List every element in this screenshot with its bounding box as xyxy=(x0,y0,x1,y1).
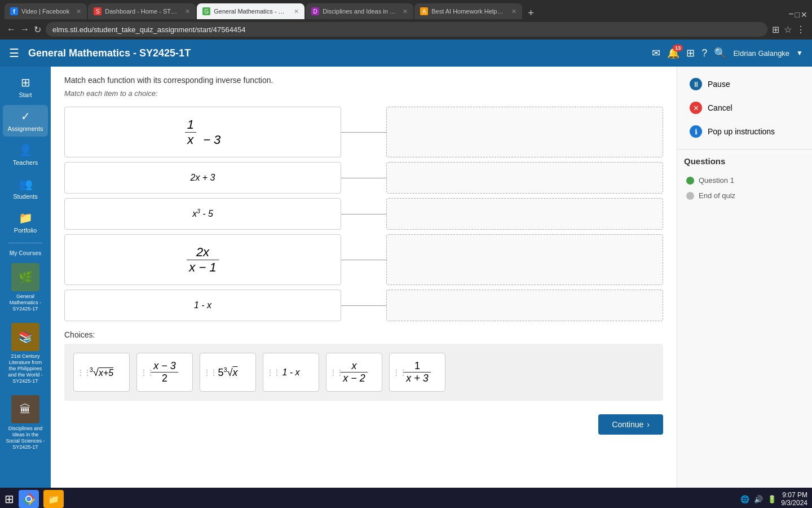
forward-button[interactable]: → xyxy=(20,24,29,34)
pause-action[interactable]: ⏸ Pause xyxy=(684,73,805,95)
extensions-icon[interactable]: ⊞ xyxy=(772,24,779,35)
tab-close-disciplines[interactable]: ✕ xyxy=(403,8,408,15)
connector-3 xyxy=(341,198,386,230)
sidebar-item-teachers[interactable]: 👤 Teachers xyxy=(3,139,48,170)
question-instruction: Match each function with its correspondi… xyxy=(64,76,663,85)
sidebar: ⊞ Start ✓ Assignments 👤 Teachers 👥 Stude… xyxy=(0,67,51,488)
maximize-button[interactable]: □ xyxy=(795,10,800,19)
user-dropdown-icon[interactable]: ▼ xyxy=(796,49,803,57)
portfolio-icon: 📁 xyxy=(19,211,33,225)
refresh-button[interactable]: ↻ xyxy=(34,24,41,35)
drop-target-1[interactable] xyxy=(386,107,663,157)
back-button[interactable]: ← xyxy=(7,24,16,34)
user-name[interactable]: Eldrian Galangke xyxy=(733,49,789,58)
choice-3[interactable]: ⋮⋮ 53√x xyxy=(200,353,256,392)
drop-target-4[interactable] xyxy=(386,234,663,285)
match-left-2: 2x + 3 xyxy=(64,162,341,194)
new-tab-button[interactable]: + xyxy=(528,7,534,19)
question-dot-1 xyxy=(686,177,694,185)
right-panel: ⏸ Pause ✕ Cancel ℹ Pop up instructions Q… xyxy=(677,67,812,488)
bookmark-icon[interactable]: ☆ xyxy=(784,24,792,35)
minimize-button[interactable]: − xyxy=(788,9,793,19)
question-label-1: Question 1 xyxy=(699,176,734,185)
choice-6[interactable]: ⋮⋮ 1 x + 3 xyxy=(389,353,445,392)
questions-panel: Questions Question 1 End of quiz xyxy=(677,150,812,210)
formula-1: 1 x − 3 xyxy=(185,117,221,147)
network-icon: 🌐 xyxy=(740,495,749,503)
connector-line-3 xyxy=(341,214,386,214)
choice-5[interactable]: ⋮⋮ x x − 2 xyxy=(326,353,382,392)
sidebar-item-start[interactable]: ⊞ Start xyxy=(3,71,48,103)
matching-area: 1 x − 3 2x + 3 x3 - 5 xyxy=(64,107,663,321)
tab-disciplines[interactable]: D Disciplines and Ideas in the So... ✕ xyxy=(306,3,413,19)
continue-arrow-icon: › xyxy=(647,420,650,429)
sidebar-item-portfolio[interactable]: 📁 Portfolio xyxy=(3,207,48,238)
formula-2: 2x + 3 xyxy=(190,173,215,183)
volume-icon: 🔊 xyxy=(754,495,763,503)
sidebar-item-course-disc[interactable]: 🏛 Disciplines and Ideas in the Social Sc… xyxy=(3,391,48,454)
drop-target-2[interactable] xyxy=(386,162,663,194)
tab-close-genmath[interactable]: ✕ xyxy=(294,8,299,15)
question-link-1[interactable]: Question 1 xyxy=(684,173,805,188)
taskbar: ⊞ 📁 🌐 🔊 🔋 9:07 PM 9/3/2024 xyxy=(0,488,812,508)
menu-icon[interactable]: ⋮ xyxy=(796,24,805,35)
match-left-4: 2x x − 1 xyxy=(64,234,341,285)
left-column: 1 x − 3 2x + 3 x3 - 5 xyxy=(64,107,341,321)
questions-title: Questions xyxy=(684,156,805,166)
notifications-icon[interactable]: 🔔13 xyxy=(667,47,679,59)
nav-icons: ✉ 🔔13 ⊞ ? 🔍 Eldrian Galangke ▼ xyxy=(652,47,803,59)
choice-4[interactable]: ⋮⋮ 1 - x xyxy=(263,353,319,392)
connector-5 xyxy=(341,290,386,321)
continue-button[interactable]: Continue › xyxy=(598,414,663,435)
tab-close-dashboard[interactable]: ✕ xyxy=(185,8,190,15)
taskbar-chrome-icon[interactable] xyxy=(19,490,39,508)
choice-label-3: 53√x xyxy=(218,366,237,379)
sidebar-label-portfolio: Portfolio xyxy=(14,227,37,234)
close-browser-button[interactable]: ✕ xyxy=(801,10,807,19)
pause-label: Pause xyxy=(708,80,730,89)
taskbar-file-explorer-icon[interactable]: 📁 xyxy=(43,490,64,508)
taskbar-clock: 9:07 PM 9/3/2024 xyxy=(781,491,807,507)
drag-handle-6: ⋮⋮ xyxy=(393,369,407,376)
drop-target-3[interactable] xyxy=(386,198,663,230)
start-menu-button[interactable]: ⊞ xyxy=(5,492,14,506)
help-icon[interactable]: ? xyxy=(701,47,707,59)
sidebar-label-students: Students xyxy=(13,193,37,200)
tab-close-ai[interactable]: ✕ xyxy=(511,8,517,15)
sidebar-label-teachers: Teachers xyxy=(13,159,38,166)
sidebar-item-assignments[interactable]: ✓ Assignments xyxy=(3,105,48,137)
choice-label-4: 1 - x xyxy=(282,367,299,378)
tab-ai[interactable]: A Best AI Homework Helper & H... ✕ xyxy=(414,3,522,19)
sidebar-item-course-lit[interactable]: 📚 21st Century Literature from the Phili… xyxy=(3,318,48,388)
question-dot-end xyxy=(686,192,694,200)
popup-instructions-action[interactable]: ℹ Pop up instructions xyxy=(684,121,805,142)
tab-facebook[interactable]: f Video | Facebook ✕ xyxy=(5,3,87,19)
match-left-1: 1 x − 3 xyxy=(64,107,341,157)
course-label-lit: 21st Century Literature from the Philipp… xyxy=(5,353,46,384)
mail-icon[interactable]: ✉ xyxy=(652,47,660,59)
sidebar-item-course-genmath[interactable]: 🌿 General Mathematics - SY2425-1T xyxy=(3,259,48,316)
svg-point-2 xyxy=(27,497,31,501)
cancel-action[interactable]: ✕ Cancel xyxy=(684,97,805,119)
search-icon[interactable]: 🔍 xyxy=(714,47,726,59)
tab-close-facebook[interactable]: ✕ xyxy=(76,8,81,15)
choice-1[interactable]: ⋮⋮ 3√x+5 xyxy=(73,353,130,392)
choice-2[interactable]: ⋮⋮ x − 3 2 xyxy=(136,353,193,392)
url-input[interactable] xyxy=(46,22,767,37)
tab-dashboard[interactable]: S Dashboard - Home - STI Educ... ✕ xyxy=(88,3,196,19)
tab-genmath[interactable]: G General Mathematics - SY2425... ✕ xyxy=(197,3,304,19)
drag-handle-3: ⋮⋮ xyxy=(204,369,217,376)
drag-handle-4: ⋮⋮ xyxy=(267,369,280,376)
start-icon: ⊞ xyxy=(21,76,30,89)
grid-icon[interactable]: ⊞ xyxy=(686,47,695,59)
drop-target-5[interactable] xyxy=(386,290,663,321)
hamburger-menu[interactable]: ☰ xyxy=(9,46,19,60)
sidebar-item-students[interactable]: 👥 Students xyxy=(3,173,48,204)
question-link-end[interactable]: End of quiz xyxy=(684,188,805,203)
continue-row: Continue › xyxy=(64,414,663,444)
connector-line-4 xyxy=(341,260,386,260)
info-icon: ℹ xyxy=(690,125,702,138)
choices-section: Choices: ⋮⋮ 3√x+5 ⋮⋮ x − 3 xyxy=(64,330,663,401)
top-navbar: ☰ General Mathematics - SY2425-1T ✉ 🔔13 … xyxy=(0,40,812,67)
sidebar-label-start: Start xyxy=(19,91,32,98)
